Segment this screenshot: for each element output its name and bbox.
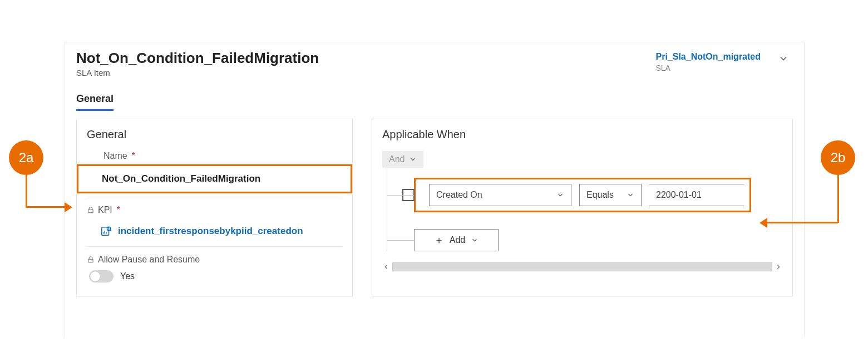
kpi-field-value[interactable]: incident_firstresponsebykpiid_createdon <box>118 226 303 237</box>
scrollbar-track[interactable] <box>392 262 772 271</box>
scroll-right-icon <box>775 263 782 271</box>
condition-operator-dropdown[interactable]: Equals <box>579 184 642 206</box>
chevron-down-icon <box>556 191 564 199</box>
callout-arrowhead <box>760 218 767 228</box>
condition-tree: Created On Equals 2200-01-01 <box>387 168 782 251</box>
header-sla-value: Pri_Sla_NotOn_migrated <box>656 51 761 62</box>
page-title: Not_On_Condition_FailedMigration <box>76 50 656 67</box>
callout-badge-2b: 2b <box>821 140 855 175</box>
condition-field-dropdown[interactable]: Created On <box>429 184 571 206</box>
callout-connector <box>26 175 27 207</box>
add-condition-button[interactable]: ＋ Add <box>414 229 499 251</box>
callout-connector <box>26 206 66 208</box>
condition-row-highlight: Created On Equals 2200-01-01 <box>414 178 751 212</box>
allow-pause-label: Allow Pause and Resume <box>87 255 342 265</box>
horizontal-scrollbar[interactable] <box>382 261 782 272</box>
kpi-field-label: KPI <box>87 205 342 215</box>
callout-arrowhead <box>65 202 72 212</box>
applicable-when-panel: Applicable When And Created On <box>372 119 793 296</box>
condition-value-input[interactable]: 2200-01-01 <box>649 184 744 206</box>
condition-operator-value: Equals <box>586 190 614 200</box>
scroll-left-icon <box>382 263 390 271</box>
form-tabs: General <box>76 93 804 111</box>
callout-connector <box>767 222 838 223</box>
chevron-down-icon <box>627 191 634 199</box>
plus-icon: ＋ <box>434 235 444 245</box>
name-field-highlight: Not_On_Condition_FailedMigration <box>77 164 352 193</box>
condition-field-value: Created On <box>436 190 482 200</box>
lock-icon <box>87 206 95 214</box>
name-field-label: Name <box>87 151 342 161</box>
condition-value-text: 2200-01-01 <box>656 190 702 200</box>
chevron-down-icon <box>778 53 789 64</box>
condition-row: Created On Equals 2200-01-01 <box>387 178 782 212</box>
tab-general[interactable]: General <box>76 93 114 111</box>
chevron-down-icon <box>471 236 479 244</box>
allow-pause-label-text: Allow Pause and Resume <box>98 255 200 265</box>
allow-pause-value: Yes <box>120 271 135 281</box>
tree-branch-line <box>387 195 414 196</box>
chevron-down-icon <box>409 155 417 163</box>
tree-branch-line <box>387 240 414 241</box>
lock-icon <box>87 256 95 264</box>
svg-rect-0 <box>102 227 109 236</box>
general-panel-title: General <box>87 128 342 141</box>
name-field-value[interactable]: Not_On_Condition_FailedMigration <box>102 173 260 184</box>
callout-badge-2a: 2a <box>9 140 43 175</box>
group-operator-label: And <box>389 154 405 164</box>
kpi-entity-icon <box>100 225 112 237</box>
group-operator-dropdown[interactable]: And <box>382 151 423 168</box>
header-sla-lookup[interactable]: Pri_Sla_NotOn_migrated SLA <box>656 51 761 74</box>
allow-pause-toggle[interactable] <box>89 270 114 282</box>
header-sla-label: SLA <box>656 64 761 74</box>
general-panel: General Name Not_On_Condition_FailedMigr… <box>76 119 353 296</box>
header-expand-button[interactable] <box>776 51 791 66</box>
page-subtitle: SLA Item <box>76 68 656 77</box>
form-surface: Not_On_Condition_FailedMigration SLA Ite… <box>65 42 805 337</box>
callout-connector <box>837 175 839 223</box>
kpi-label-text: KPI <box>98 205 112 215</box>
form-header: Not_On_Condition_FailedMigration SLA Ite… <box>65 50 804 77</box>
add-button-label: Add <box>450 235 465 245</box>
applicable-when-title: Applicable When <box>382 128 782 141</box>
